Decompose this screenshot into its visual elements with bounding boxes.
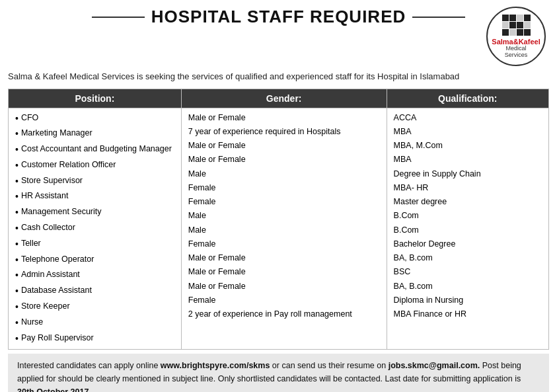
logo-sub2: Services: [505, 52, 528, 59]
company-logo: Salma&Kafeel Medical Services: [483, 7, 549, 66]
list-item: Female: [188, 294, 380, 307]
list-item: •Store Supervisor: [15, 174, 174, 190]
list-item: Female: [188, 237, 380, 251]
list-item: •Management Security: [15, 205, 174, 221]
qualification-cell: ACCAMBAMBA, M.ComMBADegree in Supply Cha…: [387, 108, 548, 350]
notice-email: jobs.skmc@gmail.com.: [389, 361, 480, 370]
list-item: Diploma in Nursing: [394, 294, 542, 307]
list-item: •Nurse: [15, 315, 174, 331]
list-item: Male or Female: [188, 280, 380, 294]
list-item: •CFO: [15, 111, 174, 127]
intro-text: Salma & Kafeel Medical Services is seeki…: [8, 70, 549, 83]
list-item: •Customer Relation Officer: [15, 158, 174, 174]
list-item: MBA, M.Com: [394, 139, 542, 153]
list-item: Bachelor Degree: [394, 237, 542, 251]
list-item: BA, B.com: [394, 280, 542, 294]
list-item: 2 year of experience in Pay roll managem…: [188, 307, 380, 321]
list-item: BA, B.com: [394, 251, 542, 265]
list-item: Female: [188, 181, 380, 195]
list-item: MBA- HR: [394, 181, 542, 195]
list-item: MBA: [394, 153, 542, 167]
list-item: MBA Finance or HR: [394, 307, 542, 321]
list-item: Male: [188, 223, 380, 237]
list-item: B.Com: [394, 223, 542, 237]
jobs-table: Position: Gender: Qualification: •CFO•Ma…: [8, 89, 549, 350]
list-item: •Cash Collector: [15, 221, 174, 237]
list-item: •Pay Roll Supervisor: [15, 331, 174, 347]
notice-text2: or can send us their resume on: [270, 361, 388, 370]
notice-website: www.brightspyre.com/skms: [161, 361, 270, 370]
col-header-qualification: Qualification:: [387, 89, 548, 108]
list-item: MBA: [394, 125, 542, 139]
list-item: •Database Assistant: [15, 284, 174, 299]
list-item: Male or Female: [188, 111, 380, 125]
page-title: HOSPITAL STAFF REQUIRED: [151, 7, 406, 27]
notice-period: .: [89, 387, 91, 392]
list-item: Male: [188, 167, 380, 181]
list-item: Master degree: [394, 195, 542, 209]
list-item: ACCA: [394, 111, 542, 125]
gender-cell: Male or Female7 year of experience requi…: [181, 108, 387, 350]
list-item: •Telephone Operator: [15, 253, 174, 268]
notice-text1: Interested candidates can apply online: [17, 361, 161, 370]
col-header-gender: Gender:: [181, 89, 387, 108]
notice-date: 30th October 2017: [17, 387, 89, 392]
list-item: •Cost Accountant and Budgeting Manager: [15, 142, 174, 158]
list-item: Male or Female: [188, 139, 380, 153]
list-item: •HR Assistant: [15, 189, 174, 205]
positions-cell: •CFO•Marketing Manager•Cost Accountant a…: [9, 108, 182, 350]
list-item: •Store Keeper: [15, 299, 174, 315]
list-item: Male or Female: [188, 153, 380, 167]
list-item: •Teller: [15, 237, 174, 253]
list-item: Male or Female: [188, 251, 380, 265]
list-item: BSC: [394, 265, 542, 279]
list-item: Degree in Supply Chain: [394, 167, 542, 181]
list-item: 7 year of experience required in Hospita…: [188, 125, 380, 139]
col-header-position: Position:: [9, 89, 182, 108]
list-item: •Marketing Manager: [15, 126, 174, 142]
table-row: •CFO•Marketing Manager•Cost Accountant a…: [9, 108, 549, 350]
logo-name: Salma&Kafeel: [492, 38, 540, 46]
list-item: Female: [188, 195, 380, 209]
list-item: Male: [188, 209, 380, 223]
list-item: Male or Female: [188, 265, 380, 279]
list-item: •Admin Assistant: [15, 268, 174, 284]
list-item: B.Com: [394, 209, 542, 223]
notice-box: Interested candidates can apply online w…: [8, 354, 549, 392]
